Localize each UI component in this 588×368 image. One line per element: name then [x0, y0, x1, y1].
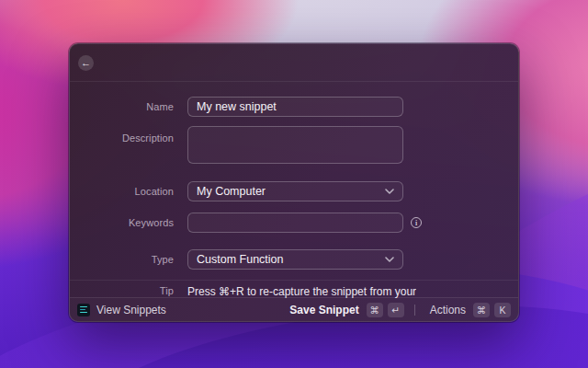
- form-divider: [70, 280, 518, 281]
- name-input[interactable]: [187, 97, 403, 117]
- description-label: Description: [70, 132, 174, 144]
- form-row-type: Type Custom Function: [70, 249, 518, 270]
- footer-separator: [414, 305, 415, 316]
- chevron-down-icon: [385, 189, 394, 194]
- k-key-badge: K: [494, 303, 511, 317]
- form-row-keywords: Keywords i: [70, 213, 518, 233]
- save-snippet-button[interactable]: Save Snippet: [289, 304, 358, 316]
- snippets-app-icon: [77, 304, 90, 316]
- type-select-value: Custom Function: [197, 253, 283, 266]
- chevron-down-icon: [385, 257, 394, 262]
- arrow-left-icon: ←: [81, 58, 91, 68]
- view-snippets-button[interactable]: View Snippets: [77, 304, 166, 316]
- form-row-location: Location My Computer: [70, 181, 518, 201]
- create-snippet-window: ← Name Description Location My Computer …: [69, 43, 519, 322]
- keywords-label: Keywords: [70, 217, 174, 228]
- description-textarea[interactable]: [187, 126, 403, 164]
- form-row-tip: Tip Press ⌘+R to re-capture the snippet …: [70, 285, 518, 298]
- type-select[interactable]: Custom Function: [187, 249, 403, 270]
- keywords-input[interactable]: [187, 213, 403, 233]
- tip-text: Press ⌘+R to re-capture the snippet from…: [187, 285, 416, 298]
- command-key-badge: ⌘: [473, 303, 490, 317]
- location-select-value: My Computer: [197, 185, 266, 198]
- tip-label: Tip: [70, 285, 174, 296]
- location-select[interactable]: My Computer: [187, 181, 403, 201]
- command-key-badge: ⌘: [367, 303, 383, 317]
- form-row-name: Name: [70, 97, 518, 117]
- location-label: Location: [70, 186, 174, 197]
- name-label: Name: [70, 101, 174, 112]
- form-row-description: Description: [70, 126, 518, 164]
- back-button[interactable]: ←: [78, 55, 94, 71]
- window-header: ←: [70, 44, 518, 82]
- type-label: Type: [70, 254, 174, 265]
- info-icon[interactable]: i: [411, 217, 422, 228]
- actions-button[interactable]: Actions: [430, 304, 466, 316]
- view-snippets-label: View Snippets: [96, 304, 166, 316]
- return-key-badge: ↵: [388, 303, 404, 317]
- window-footer: View Snippets Save Snippet ⌘ ↵ Actions ⌘…: [70, 297, 518, 321]
